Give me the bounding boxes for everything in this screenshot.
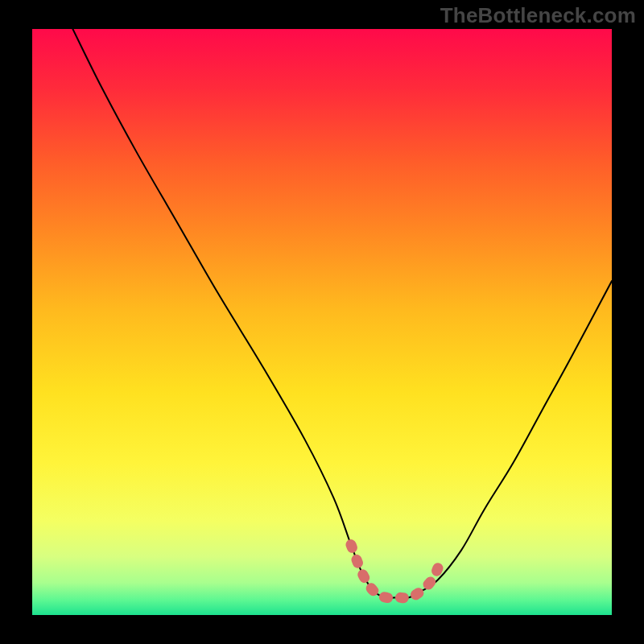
gradient-background xyxy=(32,29,612,615)
plot-area xyxy=(32,29,612,615)
plot-svg xyxy=(32,29,612,615)
watermark-label: TheBottleneck.com xyxy=(440,3,636,28)
chart-frame: TheBottleneck.com xyxy=(0,0,644,644)
